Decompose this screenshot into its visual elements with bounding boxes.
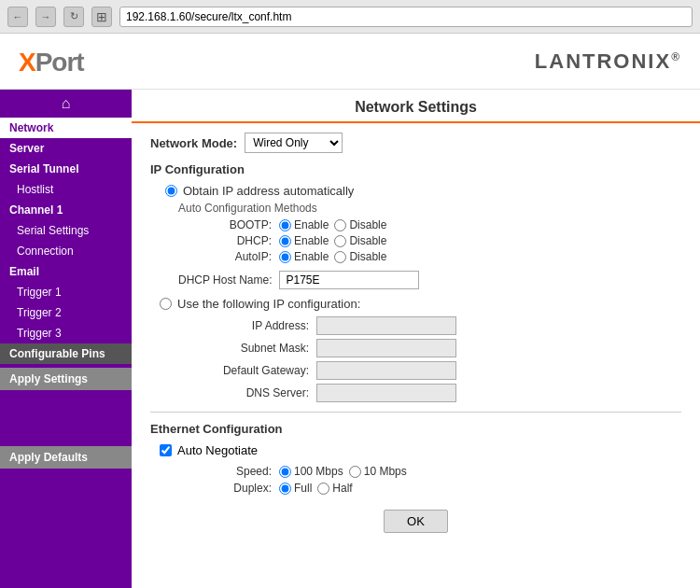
bootp-disable-radio[interactable] <box>334 219 346 231</box>
dhcp-disable-radio[interactable] <box>334 235 346 247</box>
obtain-auto-label: Obtain IP address automatically <box>183 184 354 198</box>
duplex-radio-group: Full Half <box>279 482 353 495</box>
speed-100-radio[interactable] <box>279 466 291 478</box>
sidebar-item-server[interactable]: Server <box>0 138 132 159</box>
main-layout: ⌂ Network Server Serial Tunnel Hostlist … <box>0 90 700 588</box>
sidebar-item-apply-defaults[interactable]: Apply Defaults <box>0 446 132 469</box>
lantronix-logo: LANTRONIX® <box>535 49 681 74</box>
sidebar-item-connection[interactable]: Connection <box>0 241 132 261</box>
bootp-label: BOOTP: <box>206 218 272 231</box>
dhcp-host-label: DHCP Host Name: <box>178 273 272 287</box>
default-gateway-label: Default Gateway: <box>188 364 309 377</box>
ip-config-section: IP Configuration Obtain IP address autom… <box>150 162 681 402</box>
speed-row: Speed: 100 Mbps 10 Mbps <box>206 465 681 478</box>
duplex-full-label: Full <box>279 482 312 495</box>
duplex-half-radio[interactable] <box>317 483 329 495</box>
ok-row: OK <box>150 510 681 542</box>
autoip-enable-radio[interactable] <box>279 251 291 263</box>
dhcp-disable-label: Disable <box>334 234 386 247</box>
speed-10-label: 10 Mbps <box>349 465 407 478</box>
sidebar-item-network[interactable]: Network <box>0 118 132 138</box>
speed-radio-group: 100 Mbps 10 Mbps <box>279 465 407 478</box>
use-following-row: Use the following IP configuration: <box>160 297 681 311</box>
ethernet-config-heading: Ethernet Configuration <box>150 422 681 436</box>
ip-address-label: IP Address: <box>188 319 309 332</box>
dns-server-label: DNS Server: <box>188 386 309 399</box>
autoip-disable-label: Disable <box>334 250 386 263</box>
network-mode-row: Network Mode: Wired Only Wireless Only B… <box>150 133 681 153</box>
apps-button[interactable]: ⊞ <box>91 7 112 27</box>
dns-server-input[interactable] <box>316 384 456 402</box>
refresh-button[interactable]: ↻ <box>63 7 84 27</box>
dhcp-row: DHCP: Enable Disable <box>206 234 681 247</box>
address-bar[interactable] <box>119 7 693 27</box>
dhcp-enable-radio[interactable] <box>279 235 291 247</box>
auto-negotiate-checkbox[interactable] <box>160 444 172 456</box>
ok-button[interactable]: OK <box>384 510 448 533</box>
content-area: Network Settings Network Mode: Wired Onl… <box>132 90 700 588</box>
sidebar-item-apply-settings[interactable]: Apply Settings <box>0 368 132 390</box>
autoip-radio-group: Enable Disable <box>279 250 386 263</box>
subnet-mask-input[interactable] <box>316 339 456 357</box>
obtain-auto-row: Obtain IP address automatically <box>165 184 681 198</box>
bootp-row: BOOTP: Enable Disable <box>206 218 681 231</box>
auto-negotiate-row: Auto Negotiate <box>160 443 681 457</box>
content-inner: Network Mode: Wired Only Wireless Only B… <box>132 133 700 552</box>
sidebar-home[interactable]: ⌂ <box>0 90 132 118</box>
auto-negotiate-label: Auto Negotiate <box>177 443 258 457</box>
back-button[interactable]: ← <box>7 7 28 27</box>
bootp-enable-radio[interactable] <box>279 219 291 231</box>
autoip-label: AutoIP: <box>206 250 272 263</box>
duplex-label: Duplex: <box>206 482 272 495</box>
sidebar-item-channel1[interactable]: Channel 1 <box>0 200 132 220</box>
bootp-disable-label: Disable <box>334 218 386 231</box>
sidebar-item-trigger3[interactable]: Trigger 3 <box>0 323 132 343</box>
default-gateway-row: Default Gateway: <box>188 361 681 380</box>
auto-config-label: Auto Configuration Methods <box>178 202 681 215</box>
sidebar: ⌂ Network Server Serial Tunnel Hostlist … <box>0 90 132 588</box>
bootp-enable-label: Enable <box>279 218 329 231</box>
dhcp-enable-label: Enable <box>279 234 329 247</box>
browser-chrome: ← → ↻ ⊞ <box>0 0 700 34</box>
network-mode-label: Network Mode: <box>150 136 237 150</box>
forward-button[interactable]: → <box>35 7 56 27</box>
page-title: Network Settings <box>132 90 700 123</box>
ip-address-input[interactable] <box>316 316 456 335</box>
use-following-label: Use the following IP configuration: <box>177 297 360 311</box>
sidebar-item-trigger1[interactable]: Trigger 1 <box>0 282 132 302</box>
autoip-enable-label: Enable <box>279 250 329 263</box>
speed-10-radio[interactable] <box>349 466 361 478</box>
section-divider <box>150 412 681 413</box>
ethernet-config-section: Ethernet Configuration Auto Negotiate Sp… <box>150 422 681 495</box>
duplex-half-label: Half <box>317 482 352 495</box>
subnet-mask-label: Subnet Mask: <box>188 342 309 355</box>
dhcp-radio-group: Enable Disable <box>279 234 386 247</box>
speed-label: Speed: <box>206 465 272 478</box>
duplex-row: Duplex: Full Half <box>206 482 681 495</box>
bootp-radio-group: Enable Disable <box>279 218 386 231</box>
dhcp-label: DHCP: <box>206 234 272 247</box>
sidebar-item-configurable-pins[interactable]: Configurable Pins <box>0 343 132 364</box>
dhcp-host-input[interactable] <box>279 271 419 289</box>
autoip-disable-radio[interactable] <box>334 251 346 263</box>
use-following-radio[interactable] <box>160 298 172 310</box>
header: XPort LANTRONIX® <box>0 34 700 90</box>
default-gateway-input[interactable] <box>316 361 456 380</box>
autoip-row: AutoIP: Enable Disable <box>206 250 681 263</box>
sidebar-item-hostlist[interactable]: Hostlist <box>0 179 132 200</box>
dns-server-row: DNS Server: <box>188 384 681 402</box>
sidebar-item-email[interactable]: Email <box>0 261 132 282</box>
network-mode-select[interactable]: Wired Only Wireless Only Both <box>245 133 343 153</box>
subnet-mask-row: Subnet Mask: <box>188 339 681 357</box>
sidebar-item-serial-settings[interactable]: Serial Settings <box>0 220 132 241</box>
ip-config-heading: IP Configuration <box>150 162 681 176</box>
xport-logo: XPort <box>19 44 84 78</box>
ip-address-row: IP Address: <box>188 316 681 335</box>
duplex-full-radio[interactable] <box>279 483 291 495</box>
sidebar-item-trigger2[interactable]: Trigger 2 <box>0 302 132 323</box>
obtain-auto-radio[interactable] <box>165 185 177 197</box>
dhcp-host-row: DHCP Host Name: <box>178 271 681 289</box>
speed-100-label: 100 Mbps <box>279 465 343 478</box>
home-icon: ⌂ <box>62 95 71 112</box>
sidebar-item-serial-tunnel[interactable]: Serial Tunnel <box>0 159 132 179</box>
